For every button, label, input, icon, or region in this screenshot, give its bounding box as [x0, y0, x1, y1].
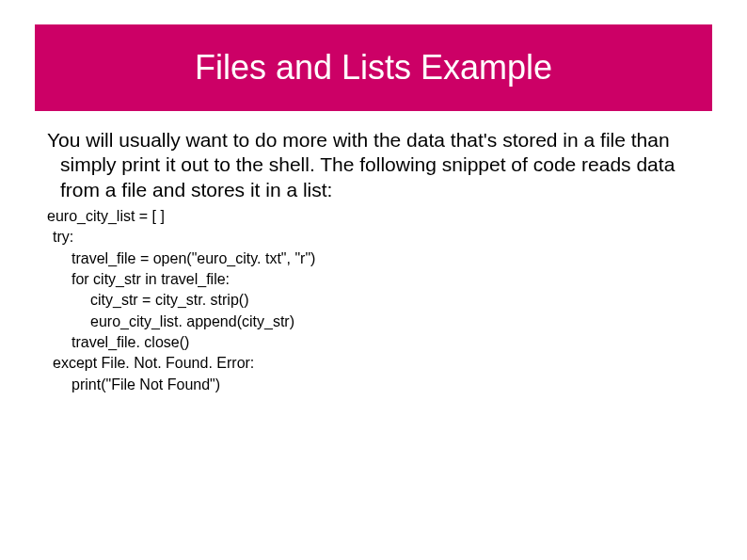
code-line: try: — [47, 227, 711, 248]
body-content: You will usually want to do more with th… — [0, 111, 747, 395]
code-line: travel_file = open("euro_city. txt", "r"… — [47, 248, 711, 269]
code-line: euro_city_list = [ ] — [47, 206, 711, 227]
code-line: for city_str in travel_file: — [47, 269, 711, 290]
slide-title: Files and Lists Example — [195, 48, 552, 88]
intro-paragraph: You will usually want to do more with th… — [36, 128, 711, 202]
title-bar: Files and Lists Example — [35, 24, 712, 111]
code-line: travel_file. close() — [47, 332, 711, 353]
code-block: euro_city_list = [ ] try: travel_file = … — [36, 206, 711, 396]
code-line: city_str = city_str. strip() — [47, 290, 711, 311]
code-line: print("File Not Found") — [47, 375, 711, 395]
code-line: euro_city_list. append(city_str) — [47, 312, 711, 332]
code-line: except File. Not. Found. Error: — [47, 353, 711, 374]
